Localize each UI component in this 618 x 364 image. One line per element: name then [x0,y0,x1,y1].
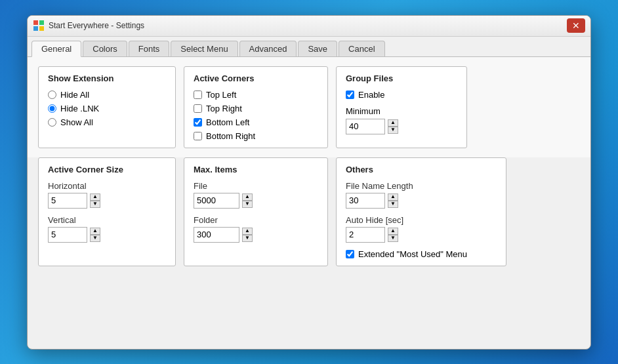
top-left-checkbox[interactable] [194,91,202,99]
tab-cancel[interactable]: Cancel [339,41,384,56]
file-name-length-spinner-buttons: ▲ ▼ [388,193,398,208]
auto-hide-field: Auto Hide [sec] ▲ ▼ [346,215,497,243]
file-spinner-buttons: ▲ ▼ [242,193,253,208]
extended-menu-option[interactable]: Extended "Most Used" Menu [346,249,497,259]
hide-lnk-radio[interactable] [48,104,56,113]
auto-hide-up-button[interactable]: ▲ [388,228,398,235]
file-field: File ▲ ▼ [194,181,318,209]
tab-fonts[interactable]: Fonts [129,41,170,56]
horizontal-up-button[interactable]: ▲ [90,193,100,201]
hide-all-radio[interactable] [48,91,56,99]
group-files-panel: Group Files Enable Minimum 40 ▲ ▼ [336,66,467,148]
auto-hide-spinner: ▲ ▼ [346,227,497,243]
bottom-left-label: Bottom Left [206,117,249,127]
vertical-label: Vertical [48,215,166,225]
title-bar: Start Everywhere - Settings ✕ [28,16,590,37]
bottom-right-checkbox[interactable] [194,132,202,140]
svg-rect-1 [39,20,44,25]
hide-lnk-label: Hide .LNK [60,104,99,113]
enable-checkbox[interactable] [346,91,354,99]
minimum-down-button[interactable]: ▼ [388,127,398,134]
max-items-panel: Max. Items File ▲ ▼ Folder ▲ ▼ [184,157,328,266]
show-all-option[interactable]: Show All [48,117,166,127]
tab-colors[interactable]: Colors [83,41,127,56]
horizontal-spinner-buttons: ▲ ▼ [90,193,100,208]
max-items-title: Max. Items [194,165,318,174]
minimum-label: Minimum [346,106,457,116]
bottom-left-checkbox[interactable] [194,118,202,127]
bottom-left-option[interactable]: Bottom Left [194,117,318,127]
horizontal-down-button[interactable]: ▼ [90,201,100,208]
file-up-button[interactable]: ▲ [242,193,253,201]
hide-lnk-option[interactable]: Hide .LNK [48,104,166,113]
bottom-content-row: Active Corner Size Horizontal ▲ ▼ Vertic… [28,157,590,275]
tab-general[interactable]: General [31,41,81,57]
enable-option[interactable]: Enable [346,90,457,100]
show-extension-panel: Show Extension Hide All Hide .LNK Show A… [38,66,176,148]
active-corners-title: Active Corners [194,73,318,83]
file-name-length-field: File Name Length ▲ ▼ [346,181,497,209]
group-files-title: Group Files [346,73,457,83]
top-right-option[interactable]: Top Right [194,104,318,113]
minimum-spinner-buttons: ▲ ▼ [388,119,398,134]
minimum-input[interactable]: 40 [346,119,385,134]
active-corners-options: Top Left Top Right Bottom Left Bottom Ri… [194,90,318,141]
settings-window: Start Everywhere - Settings ✕ General Co… [27,15,591,350]
file-spinner: ▲ ▼ [194,193,318,209]
top-right-label: Top Right [206,104,242,113]
close-button[interactable]: ✕ [567,18,585,33]
vertical-input[interactable] [48,227,87,243]
active-corner-size-title: Active Corner Size [48,165,166,174]
vertical-field: Vertical ▲ ▼ [48,215,166,243]
tab-advanced[interactable]: Advanced [239,41,297,56]
show-extension-title: Show Extension [48,73,166,83]
extended-menu-label: Extended "Most Used" Menu [358,249,467,259]
vertical-spinner-buttons: ▲ ▼ [90,228,100,242]
window-title: Start Everywhere - Settings [49,21,567,30]
auto-hide-spinner-buttons: ▲ ▼ [388,228,398,242]
active-corners-panel: Active Corners Top Left Top Right Bottom… [184,66,328,148]
horizontal-input[interactable] [48,193,87,209]
svg-rect-0 [33,20,38,25]
vertical-up-button[interactable]: ▲ [90,228,100,235]
top-left-label: Top Left [206,90,236,100]
tab-save[interactable]: Save [298,41,337,56]
tab-bar: General Colors Fonts Select Menu Advance… [28,37,590,57]
svg-rect-2 [33,26,38,31]
auto-hide-label: Auto Hide [sec] [346,215,497,225]
vertical-down-button[interactable]: ▼ [90,235,100,242]
folder-spinner: ▲ ▼ [194,227,318,243]
folder-down-button[interactable]: ▼ [242,235,253,242]
hide-all-label: Hide All [60,90,89,100]
enable-label: Enable [358,90,384,100]
folder-field: Folder ▲ ▼ [194,215,318,243]
horizontal-field: Horizontal ▲ ▼ [48,181,166,209]
top-left-option[interactable]: Top Left [194,90,318,100]
file-name-length-up-button[interactable]: ▲ [388,193,398,201]
auto-hide-input[interactable] [346,227,385,243]
app-icon [33,20,45,31]
file-label: File [194,181,318,191]
auto-hide-down-button[interactable]: ▼ [388,235,398,242]
extended-menu-checkbox[interactable] [346,250,354,258]
folder-label: Folder [194,215,318,225]
file-down-button[interactable]: ▼ [242,201,253,208]
bottom-right-option[interactable]: Bottom Right [194,131,318,141]
svg-rect-3 [39,26,44,31]
folder-spinner-buttons: ▲ ▼ [242,228,253,242]
minimum-up-button[interactable]: ▲ [388,119,398,127]
folder-up-button[interactable]: ▲ [242,228,253,235]
show-all-label: Show All [60,117,93,127]
others-panel: Others File Name Length ▲ ▼ Auto Hide [s… [336,157,506,266]
show-all-radio[interactable] [48,118,56,127]
file-input[interactable] [194,193,239,209]
file-name-length-input[interactable] [346,193,385,209]
top-right-checkbox[interactable] [194,104,202,113]
folder-input[interactable] [194,227,239,243]
file-name-length-down-button[interactable]: ▼ [388,201,398,208]
hide-all-option[interactable]: Hide All [48,90,166,100]
minimum-spinner: 40 ▲ ▼ [346,119,457,134]
bottom-right-label: Bottom Right [206,131,255,141]
show-extension-options: Hide All Hide .LNK Show All [48,90,166,127]
tab-select-menu[interactable]: Select Menu [171,41,237,56]
